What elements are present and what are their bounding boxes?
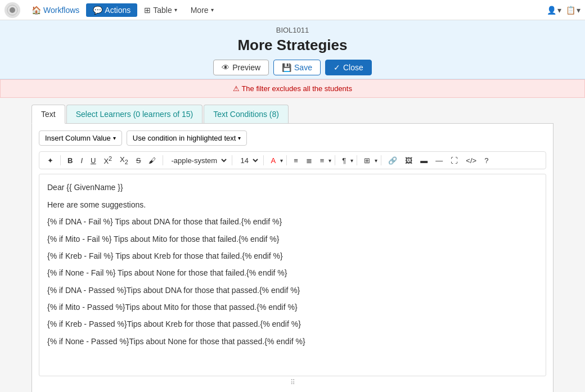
font-color-btn[interactable]: A bbox=[267, 155, 279, 166]
bold-btn[interactable]: B bbox=[64, 155, 76, 166]
pilcrow-btn[interactable]: ¶ bbox=[339, 155, 349, 166]
line-2: Here are some suggestions. bbox=[47, 199, 538, 211]
line-6: {% if None - Fail %} Tips about None for… bbox=[47, 267, 538, 279]
code-btn[interactable]: </> bbox=[462, 155, 480, 166]
magic-btn[interactable]: ✦ bbox=[44, 155, 57, 166]
pilcrow-caret[interactable]: ▾ bbox=[350, 157, 353, 164]
user-menu-btn[interactable]: 👤 ▾ bbox=[547, 6, 561, 15]
hr-btn[interactable]: — bbox=[432, 155, 446, 166]
more-label: More bbox=[191, 6, 209, 15]
tab-learners-label: Select Learners (0 learners of 15) bbox=[76, 110, 194, 119]
tabs: Text Select Learners (0 learners of 15) … bbox=[32, 105, 554, 124]
course-id: BIOL1011 bbox=[0, 26, 585, 34]
app-logo[interactable] bbox=[4, 2, 20, 18]
workflows-btn[interactable]: 🏠 Workflows bbox=[25, 3, 86, 17]
italic-btn[interactable]: I bbox=[77, 155, 86, 166]
line-1: Dear {{ GivenName }} bbox=[47, 181, 538, 193]
paint-btn[interactable]: 🖌 bbox=[145, 155, 159, 166]
more-caret-icon: ▾ bbox=[211, 7, 214, 13]
help-btn[interactable]: ? bbox=[481, 155, 492, 166]
tab-learners[interactable]: Select Learners (0 learners of 15) bbox=[66, 105, 203, 123]
workflows-icon: 🏠 bbox=[32, 6, 41, 15]
font-size-select[interactable]: 14 10 12 16 18 bbox=[236, 155, 260, 166]
resize-handle[interactable]: ⠿ bbox=[39, 376, 546, 389]
use-condition-dropdown[interactable]: Use condition in highlighted text ▾ bbox=[127, 130, 248, 146]
warning-banner: ⚠ The filter excludes all the students bbox=[0, 79, 585, 98]
tab-text[interactable]: Text bbox=[32, 105, 65, 124]
line-8: {% if Mito - Passed %}Tips about Mito fo… bbox=[47, 301, 538, 313]
subscript-btn[interactable]: X2 bbox=[116, 154, 132, 166]
table-icon: ⊞ bbox=[144, 6, 151, 15]
sep5 bbox=[286, 155, 287, 165]
line-5: {% if Kreb - Fail %} Tips about Kreb for… bbox=[47, 250, 538, 262]
preview-icon: 👁 bbox=[222, 63, 230, 72]
close-icon: ✓ bbox=[334, 63, 340, 72]
bullet-list-btn[interactable]: ≡ bbox=[290, 155, 302, 166]
editor-panel: Insert Column Value ▾ Use condition in h… bbox=[32, 124, 554, 392]
insert-column-caret-icon: ▾ bbox=[113, 135, 116, 141]
table-insert-btn[interactable]: ⊞ bbox=[361, 155, 374, 166]
actions-icon: 💬 bbox=[93, 6, 102, 15]
tab-conditions-label: Text Conditions (8) bbox=[213, 110, 279, 119]
user-icon: 👤 bbox=[547, 6, 556, 15]
main-content: Text Select Learners (0 learners of 15) … bbox=[22, 98, 562, 392]
formatting-toolbar: ✦ B I U X2 X2 S 🖌 -apple-system 14 10 12… bbox=[39, 151, 546, 169]
fullscreen-btn[interactable]: ⛶ bbox=[447, 155, 461, 166]
line-3: {% if DNA - Fail %} Tips about DNA for t… bbox=[47, 215, 538, 228]
video-btn[interactable]: ▬ bbox=[417, 155, 431, 166]
table-caret-icon: ▾ bbox=[174, 7, 177, 13]
svg-point-1 bbox=[10, 7, 15, 13]
tab-conditions[interactable]: Text Conditions (8) bbox=[204, 105, 289, 123]
sep4 bbox=[263, 155, 264, 165]
editor-content[interactable]: Dear {{ GivenName }} Here are some sugge… bbox=[39, 174, 546, 376]
sep6 bbox=[335, 155, 335, 165]
close-button[interactable]: ✓ Close bbox=[325, 60, 372, 75]
page-header: BIOL1011 More Strategies 👁 Preview 💾 Sav… bbox=[0, 20, 585, 79]
sep8 bbox=[381, 155, 381, 165]
image-btn[interactable]: 🖼 bbox=[402, 155, 416, 166]
action-buttons: 👁 Preview 💾 Save ✓ Close bbox=[0, 60, 585, 75]
line-9: {% if Kreb - Passed %}Tips about Kreb fo… bbox=[47, 318, 538, 330]
save-icon: 💾 bbox=[282, 63, 291, 72]
underline-btn[interactable]: U bbox=[87, 155, 99, 166]
topnav-right: 👤 ▾ 📋 ▾ bbox=[547, 6, 580, 15]
link-btn[interactable]: 🔗 bbox=[385, 155, 400, 166]
insert-column-label: Insert Column Value bbox=[45, 134, 111, 142]
use-condition-caret-icon: ▾ bbox=[238, 135, 241, 141]
line-10: {% if None - Passed %}Tips about None fo… bbox=[47, 335, 538, 348]
ordered-list-btn[interactable]: ≣ bbox=[303, 155, 316, 166]
superscript-btn[interactable]: X2 bbox=[100, 154, 115, 166]
sep3 bbox=[232, 155, 232, 165]
save-label: Save bbox=[294, 63, 312, 72]
actions-label: Actions bbox=[105, 6, 130, 15]
editor-toolbar-row: Insert Column Value ▾ Use condition in h… bbox=[39, 130, 546, 146]
save-button[interactable]: 💾 Save bbox=[273, 60, 321, 75]
strikethrough-btn[interactable]: S bbox=[133, 155, 145, 166]
sep7 bbox=[357, 155, 357, 165]
preview-button[interactable]: 👁 Preview bbox=[213, 60, 269, 75]
close-label: Close bbox=[343, 63, 363, 72]
table-label: Table bbox=[153, 6, 172, 15]
align-caret[interactable]: ▾ bbox=[328, 157, 331, 164]
align-btn[interactable]: ≡ bbox=[317, 155, 328, 166]
line-4: {% if Mito - Fail %} Tips about Mito for… bbox=[47, 233, 538, 245]
editor-wrapper: Dear {{ GivenName }} Here are some sugge… bbox=[39, 174, 546, 389]
settings-icon: 📋 bbox=[566, 6, 575, 15]
actions-btn[interactable]: 💬 Actions bbox=[86, 3, 137, 17]
more-btn[interactable]: More ▾ bbox=[184, 3, 220, 17]
settings-menu-btn[interactable]: 📋 ▾ bbox=[566, 6, 580, 15]
warning-text: ⚠ The filter excludes all the students bbox=[233, 84, 352, 93]
font-family-select[interactable]: -apple-system bbox=[166, 155, 228, 166]
user-caret-icon: ▾ bbox=[557, 6, 561, 15]
line-7: {% if DNA - Passed %}Tips about DNA for … bbox=[47, 284, 538, 296]
tab-text-label: Text bbox=[41, 110, 56, 119]
page-title: More Strategies bbox=[0, 37, 585, 54]
table-btn[interactable]: ⊞ Table ▾ bbox=[137, 3, 183, 17]
insert-column-dropdown[interactable]: Insert Column Value ▾ bbox=[39, 130, 122, 146]
preview-label: Preview bbox=[232, 63, 260, 72]
font-color-caret[interactable]: ▾ bbox=[280, 157, 283, 164]
topnav: 🏠 Workflows 💬 Actions ⊞ Table ▾ More ▾ 👤… bbox=[0, 0, 585, 20]
sep2 bbox=[163, 155, 163, 165]
use-condition-label: Use condition in highlighted text bbox=[133, 134, 236, 142]
table-insert-caret[interactable]: ▾ bbox=[375, 157, 377, 164]
